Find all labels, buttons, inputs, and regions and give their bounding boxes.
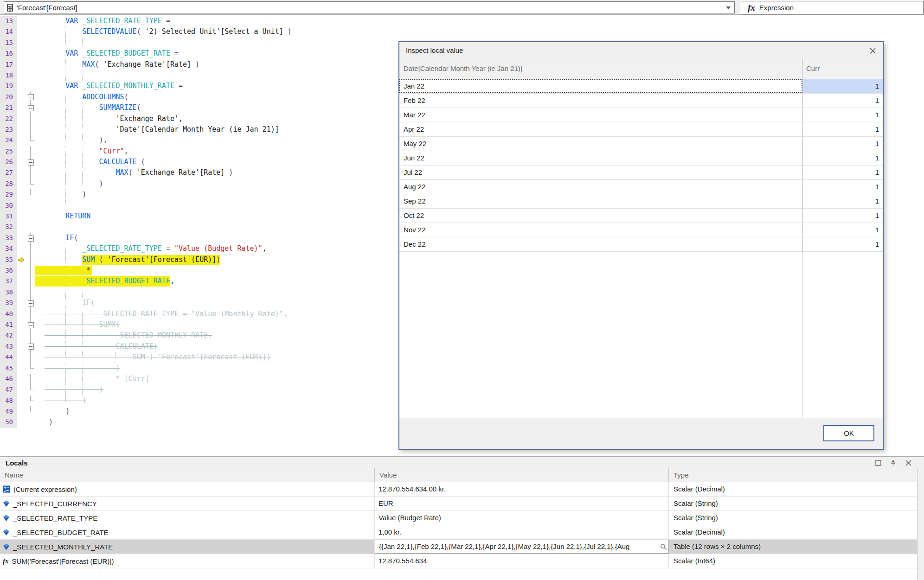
code-line-27[interactable]: 27 MAX( 'Exchange Rate'[Rate] ): [0, 167, 924, 178]
code-text: SUMMARIZE(: [35, 102, 924, 113]
code-line-46[interactable]: 46 * [Curr]: [0, 374, 924, 384]
code-line-20[interactable]: 20 ADDCOLUMNS(: [0, 92, 924, 102]
code-line-43[interactable]: 43 CALCULATE(: [0, 341, 924, 352]
code-line-14[interactable]: 14 SELECTEDVALUE( '2) Selected Unit'[Sel…: [0, 26, 924, 37]
locals-row[interactable]: _SELECTED_RATE_TYPEValue (Budget Rate)Sc…: [0, 511, 917, 525]
line-number: 29: [0, 189, 17, 200]
code-text: ): [35, 417, 924, 427]
code-line-16[interactable]: 16 VAR _SELECTED_BUDGET_RATE =: [0, 48, 924, 59]
locals-grid-header: Name Value Type: [0, 468, 917, 482]
code-line-42[interactable]: 42 _SELECTED_MONTHLY_RATE,: [0, 330, 924, 341]
local-type-cell: Scalar (String): [669, 511, 917, 525]
fold-margin: [26, 243, 35, 254]
line-number: 22: [0, 114, 17, 124]
code-line-34[interactable]: 34 _SELECTED_RATE_TYPE = "Value (Budget …: [0, 243, 924, 254]
fold-margin[interactable]: [26, 92, 35, 102]
expression-selector[interactable]: 'Forecast'[Forecast]: [4, 1, 735, 13]
fold-margin: [26, 363, 35, 374]
local-name-cell[interactable]: _SELECTED_RATE_TYPE: [0, 511, 375, 525]
local-name-cell[interactable]: _SELECTED_CURRENCY: [0, 497, 375, 510]
fold-margin: [26, 352, 35, 363]
locals-scrollbar[interactable]: [917, 468, 924, 580]
fold-margin[interactable]: [26, 233, 35, 243]
locals-rows: (Current expression)12.870.554.634,00 kr…: [0, 482, 917, 580]
local-name-cell[interactable]: (Current expression): [0, 482, 375, 496]
code-line-25[interactable]: 25 "Curr",: [0, 146, 924, 157]
line-number: 18: [0, 70, 17, 81]
magnifier-icon[interactable]: [660, 543, 667, 550]
fold-collapse-icon[interactable]: [28, 344, 34, 350]
code-line-36[interactable]: 36 *: [0, 265, 924, 276]
expression-label: Expression: [759, 4, 794, 12]
column-header-value[interactable]: Value: [375, 468, 669, 482]
code-line-26[interactable]: 26 CALCULATE (: [0, 157, 924, 167]
code-line-13[interactable]: 13 VAR _SELECTED_RATE_TYPE =: [0, 16, 924, 26]
local-value-cell[interactable]: 1,00 kr.: [375, 525, 669, 539]
column-header-type[interactable]: Type: [669, 468, 917, 482]
fold-margin[interactable]: [26, 298, 35, 308]
local-value: 12.870.554.634: [379, 557, 427, 565]
code-line-45[interactable]: 45 ): [0, 363, 924, 374]
code-line-29[interactable]: 29 ): [0, 189, 924, 200]
local-value-cell[interactable]: Value (Budget Rate): [375, 511, 669, 525]
code-line-41[interactable]: 41 SUMX(: [0, 319, 924, 330]
code-line-19[interactable]: 19 VAR _SELECTED_MONTHLY_RATE =: [0, 81, 924, 91]
code-line-47[interactable]: 47 ): [0, 384, 924, 395]
fold-margin[interactable]: [26, 157, 35, 167]
code-line-50[interactable]: 50 ): [0, 417, 924, 427]
local-name-cell[interactable]: _SELECTED_MONTHLY_RATE: [0, 540, 375, 554]
code-line-33[interactable]: 33 IF(: [0, 233, 924, 243]
code-line-39[interactable]: 39 IF(: [0, 298, 924, 308]
code-line-23[interactable]: 23 'Date'[Calendar Month Year (ie Jan 21…: [0, 124, 924, 135]
code-line-22[interactable]: 22 'Exchange Rate',: [0, 114, 924, 124]
fold-collapse-icon[interactable]: [28, 159, 34, 166]
locals-row[interactable]: _SELECTED_CURRENCYEURScalar (String): [0, 497, 917, 511]
code-line-37[interactable]: 37 _SELECTED_BUDGET_RATE,: [0, 276, 924, 287]
fx-icon: fx: [3, 557, 9, 565]
code-line-21[interactable]: 21 SUMMARIZE(: [0, 102, 924, 113]
locals-row[interactable]: (Current expression)12.870.554.634,00 kr…: [0, 482, 917, 497]
fold-margin[interactable]: [26, 341, 35, 352]
code-text: IF(: [35, 298, 924, 308]
fold-collapse-icon[interactable]: [28, 322, 34, 328]
fold-margin[interactable]: [26, 319, 35, 330]
close-icon[interactable]: [905, 459, 912, 466]
local-value-cell[interactable]: EUR: [375, 497, 669, 510]
fold-collapse-icon[interactable]: [28, 94, 34, 100]
locals-row[interactable]: _SELECTED_BUDGET_RATE1,00 kr.Scalar (Dec…: [0, 525, 917, 540]
code-line-48[interactable]: 48 ): [0, 395, 924, 406]
local-value-cell[interactable]: 12.870.554.634: [375, 554, 669, 568]
locals-row[interactable]: _SELECTED_MONTHLY_RATE{{Jan 22,1},{Feb 2…: [0, 540, 917, 554]
code-text: MAX( 'Exchange Rate'[Rate] ): [35, 59, 924, 70]
code-line-35[interactable]: 35 SUM ( 'Forecast'[Forecast (EUR)]): [0, 255, 924, 265]
code-editor[interactable]: 13 VAR _SELECTED_RATE_TYPE =14 SELECTEDV…: [0, 15, 924, 457]
code-line-44[interactable]: 44 SUM ( 'Forecast'[Forecast (EUR)]): [0, 352, 924, 363]
fold-margin[interactable]: [26, 102, 35, 113]
fold-margin: [26, 374, 35, 384]
column-header-name[interactable]: Name: [0, 468, 375, 482]
indent-guide: [82, 70, 83, 81]
locals-row[interactable]: fxSUM('Forecast'[Forecast (EUR)])12.870.…: [0, 554, 917, 568]
line-number: 14: [0, 26, 17, 37]
local-name-cell[interactable]: _SELECTED_BUDGET_RATE: [0, 525, 375, 539]
pin-icon[interactable]: [890, 459, 896, 466]
debug-margin: [17, 395, 26, 406]
code-line-24[interactable]: 24 ),: [0, 135, 924, 146]
local-name-cell[interactable]: fxSUM('Forecast'[Forecast (EUR)]): [0, 554, 375, 568]
local-value-cell[interactable]: 12.870.554.634,00 kr.: [375, 482, 669, 496]
code-text: CALCULATE (: [35, 157, 924, 167]
code-line-40[interactable]: 40 _SELECTED_RATE_TYPE = "Value (Monthly…: [0, 309, 924, 319]
fold-collapse-icon[interactable]: [28, 236, 34, 242]
local-name: _SELECTED_CURRENCY: [13, 500, 97, 508]
maximize-icon[interactable]: [875, 460, 881, 466]
code-line-17[interactable]: 17 MAX( 'Exchange Rate'[Rate] ): [0, 59, 924, 70]
debug-margin: [17, 48, 26, 59]
local-value-cell[interactable]: {{Jan 22,1},{Feb 22,1},{Mar 22,1},{Apr 2…: [375, 540, 669, 554]
code-line-49[interactable]: 49 ): [0, 406, 924, 417]
debug-margin: [17, 265, 26, 276]
code-line-28[interactable]: 28 ): [0, 178, 924, 189]
chevron-down-icon[interactable]: [726, 6, 731, 9]
code-line-31[interactable]: 31 RETURN: [0, 211, 924, 222]
fold-collapse-icon[interactable]: [28, 300, 34, 306]
fold-collapse-icon[interactable]: [28, 105, 34, 111]
